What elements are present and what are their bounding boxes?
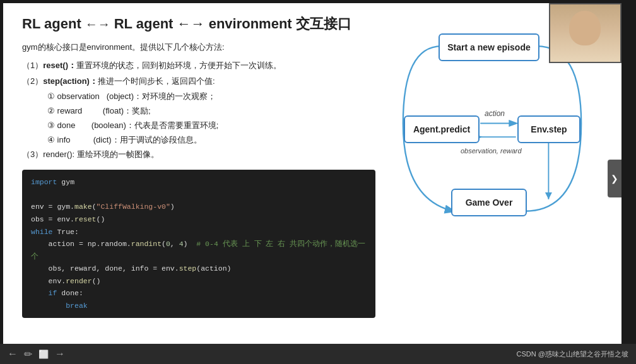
- intro-text: gym的核心接口是environment。提供以下几个核心方法:: [22, 41, 375, 54]
- watermark: CSDN @惑味之山绝望之谷开悟之坡: [517, 349, 628, 359]
- step-item-1: ① observation (object)：对环境的一次观察；: [47, 90, 375, 103]
- start-episode-label: Start a new episode: [447, 42, 530, 52]
- forward-icon[interactable]: →: [55, 348, 65, 360]
- nav-arrow-right[interactable]: ❯: [608, 160, 621, 197]
- code-line-4: obs = env.reset(): [31, 213, 367, 226]
- arrow-icon: ←→: [85, 17, 110, 32]
- step-item-3: ③ done (boolean)：代表是否需要重置环境;: [47, 119, 375, 132]
- nav-arrow-icon: ❯: [611, 173, 618, 184]
- right-panel: Start a new episode Agent.predict Env.st…: [375, 15, 609, 347]
- method2: （2）step(action)：推进一个时间步长，返回四个值:: [22, 75, 375, 88]
- code-line-7: obs, reward, done, info = env.step(actio…: [31, 262, 367, 275]
- code-block: import gym env = gym.make("CliffWalking-…: [22, 170, 375, 318]
- code-line-1: import gym: [31, 176, 367, 189]
- method3: （3）render(): 重绘环境的一帧图像。: [22, 148, 375, 161]
- webcam-person: [550, 4, 620, 62]
- step-item-4: ④ info (dict)：用于调试的诊段信息。: [47, 134, 375, 147]
- slide-title: RL agent ←→ RL agent ←→ environment 交互接口: [22, 15, 375, 33]
- webcam: [549, 3, 621, 63]
- code-line-5: while True:: [31, 226, 367, 238]
- env-step-box: Env.step: [517, 115, 580, 143]
- start-episode-box: Start a new episode: [439, 33, 539, 61]
- slide-body: gym的核心接口是environment。提供以下几个核心方法: （1）rese…: [22, 41, 375, 163]
- edit-icon[interactable]: ✏: [24, 348, 32, 360]
- bottom-bar: ← ✏ ⬜ → CSDN @惑味之山绝望之谷开悟之坡: [0, 344, 636, 364]
- game-over-box: Game Over: [451, 189, 527, 216]
- method1: （1）reset()：重置环境的状态，回到初始环境，方便开始下一次训练。: [22, 59, 375, 73]
- title-env: RL agent ←→ environment 交互接口: [114, 15, 351, 33]
- step-item-2: ② reward (float)：奖励;: [47, 105, 375, 118]
- obs-reward-label: observation, reward: [461, 147, 522, 155]
- action-label: action: [485, 109, 505, 118]
- code-line-3: env = gym.make("CliffWalking-v0"): [31, 201, 367, 213]
- agent-predict-label: Agent.predict: [413, 124, 470, 134]
- toolbar-left: ← ✏ ⬜ →: [8, 348, 65, 360]
- code-line-8: env.render(): [31, 275, 367, 288]
- code-line-6: action = np.random.randint(0, 4) # 0-4 代…: [31, 238, 367, 262]
- left-panel: RL agent ←→ RL agent ←→ environment 交互接口…: [22, 15, 375, 347]
- game-over-label: Game Over: [466, 197, 513, 208]
- slide-content: RL agent ←→ RL agent ←→ environment 交互接口…: [3, 3, 621, 353]
- code-line-9: if done:: [31, 287, 367, 300]
- step-items: ① observation (object)：对环境的一次观察； ② rewar…: [47, 90, 375, 146]
- file-icon[interactable]: ⬜: [38, 349, 49, 359]
- code-line-10: break: [31, 300, 367, 312]
- slide-area: RL agent ←→ RL agent ←→ environment 交互接口…: [3, 3, 621, 353]
- back-icon[interactable]: ←: [8, 348, 18, 360]
- env-step-label: Env.step: [531, 124, 567, 134]
- agent-predict-box: Agent.predict: [404, 115, 480, 143]
- code-line-2: [31, 189, 367, 201]
- title-rl: RL agent: [22, 16, 81, 32]
- main-slide: RL agent ←→ RL agent ←→ environment 交互接口…: [3, 3, 621, 353]
